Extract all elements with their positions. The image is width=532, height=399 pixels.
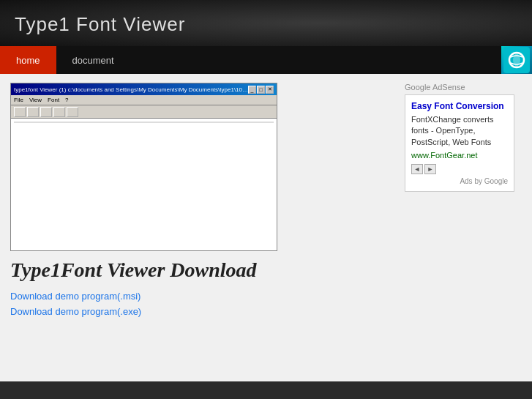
maximize-btn[interactable]: □ bbox=[257, 86, 265, 94]
ad-prev-btn[interactable]: ◄ bbox=[411, 164, 423, 174]
main-content: type1font Viewer (1) c:\documents and Se… bbox=[0, 74, 532, 381]
window-title: type1font Viewer (1) c:\documents and Se… bbox=[14, 86, 248, 93]
font-grid-area: ! " # S % & ' ( ) * + , - bbox=[11, 119, 277, 126]
window-buttons: _ □ ✕ bbox=[248, 86, 274, 94]
toolbar-btn-2[interactable] bbox=[27, 107, 39, 117]
adsense-label: Google AdSense bbox=[405, 83, 522, 92]
right-column: Google AdSense Easy Font Conversion Font… bbox=[405, 83, 522, 373]
ad-box: Easy Font Conversion FontXChange convert… bbox=[405, 94, 514, 192]
download-link-msi[interactable]: Download demo program(.msi) bbox=[10, 291, 393, 302]
ad-next-btn[interactable]: ► bbox=[424, 164, 436, 174]
toolbar-btn-4[interactable] bbox=[53, 107, 65, 117]
toolbar-btn-1[interactable] bbox=[14, 107, 26, 117]
toolbar-btn-3[interactable] bbox=[40, 107, 52, 117]
window-toolbar bbox=[11, 105, 277, 119]
menu-view[interactable]: View bbox=[29, 97, 42, 103]
menu-font[interactable]: Font bbox=[48, 97, 59, 103]
toolbar-btn-5[interactable] bbox=[67, 107, 78, 117]
window-menubar: File View Font ? bbox=[11, 95, 277, 105]
ad-title[interactable]: Easy Font Conversion bbox=[411, 101, 508, 111]
font-grid-inner: ! " # S % & ' ( ) * + , - bbox=[14, 122, 274, 123]
navbar: home document bbox=[0, 46, 532, 74]
menu-file[interactable]: File bbox=[14, 97, 23, 103]
download-link-exe[interactable]: Download demo program(.exe) bbox=[10, 306, 393, 317]
ad-body: FontXChange converts fonts - OpenType, P… bbox=[411, 114, 508, 148]
nav-item-document[interactable]: document bbox=[56, 46, 130, 74]
nav-item-home[interactable]: home bbox=[0, 46, 56, 74]
close-btn[interactable]: ✕ bbox=[266, 86, 274, 94]
download-section: Type1Font Viewer Download Download demo … bbox=[10, 258, 393, 317]
page-title: Type1 Font Viewer bbox=[15, 13, 517, 36]
header: Type1 Font Viewer bbox=[0, 0, 532, 46]
ads-by-google: Ads by Google bbox=[411, 177, 508, 185]
menu-help[interactable]: ? bbox=[65, 97, 68, 103]
ad-navigation: ◄ ► bbox=[411, 164, 508, 174]
window-titlebar: type1font Viewer (1) c:\documents and Se… bbox=[11, 83, 277, 95]
ad-url[interactable]: www.FontGear.net bbox=[411, 151, 508, 160]
logo-icon bbox=[503, 47, 530, 73]
download-title: Type1Font Viewer Download bbox=[10, 258, 393, 282]
nav-logo bbox=[501, 46, 532, 74]
left-column: type1font Viewer (1) c:\documents and Se… bbox=[10, 83, 393, 373]
font-viewer-preview: type1font Viewer (1) c:\documents and Se… bbox=[10, 83, 277, 251]
font-characters: ! " # S % & ' ( ) * + , - bbox=[15, 122, 273, 123]
minimize-btn[interactable]: _ bbox=[248, 86, 256, 94]
